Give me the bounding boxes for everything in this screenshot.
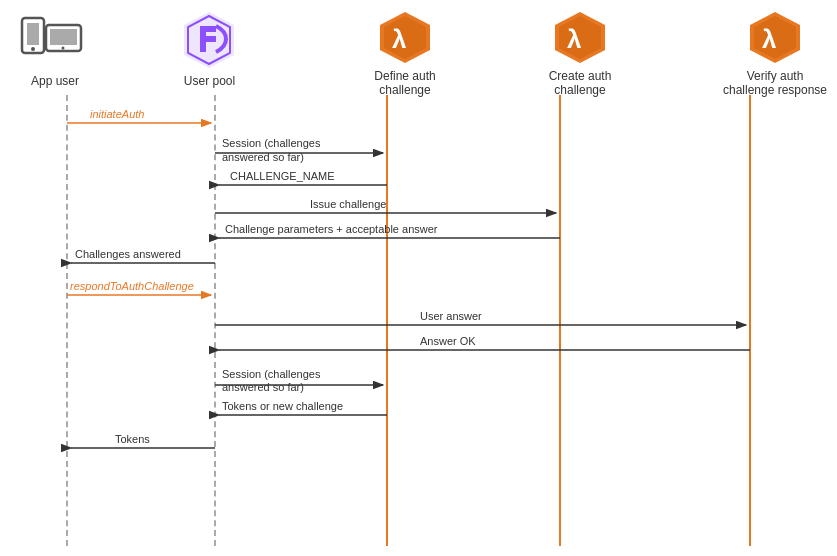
actor-app-user: App user	[20, 10, 90, 88]
verify-auth-label: Verify auth challenge response	[720, 69, 830, 97]
define-auth-label: Define auth challenge	[355, 69, 455, 97]
actor-define-auth: λ Define auth challenge	[355, 10, 455, 97]
svg-text:Tokens: Tokens	[115, 433, 150, 445]
svg-text:Session (challenges: Session (challenges	[222, 368, 321, 380]
actor-verify-auth: λ Verify auth challenge response	[720, 10, 830, 97]
svg-text:User answer: User answer	[420, 310, 482, 322]
lifeline-app-user	[66, 95, 68, 546]
svg-text:answered so far): answered so far)	[222, 151, 304, 163]
svg-text:Challenge parameters + accepta: Challenge parameters + acceptable answer	[225, 223, 438, 235]
svg-text:Answer OK: Answer OK	[420, 335, 476, 347]
svg-text:answered so far): answered so far)	[222, 381, 304, 393]
lifeline-user-pool	[214, 95, 216, 546]
app-user-label: App user	[31, 74, 79, 88]
lifeline-create-auth	[559, 95, 561, 546]
actor-user-pool: User pool	[182, 10, 237, 88]
verify-auth-icon: λ	[748, 10, 803, 65]
create-auth-icon: λ	[553, 10, 608, 65]
define-auth-icon: λ	[378, 10, 433, 65]
svg-text:Issue challenge: Issue challenge	[310, 198, 386, 210]
svg-text:λ: λ	[567, 24, 582, 54]
cognito-icon	[182, 10, 237, 70]
svg-text:λ: λ	[392, 24, 407, 54]
sequence-diagram: App user User pool λ	[0, 0, 837, 556]
svg-text:Challenges answered: Challenges answered	[75, 248, 181, 260]
svg-point-2	[31, 47, 35, 51]
app-user-icon	[20, 10, 90, 70]
lifeline-define-auth	[386, 95, 388, 546]
svg-point-5	[62, 47, 65, 50]
svg-text:Session (challenges: Session (challenges	[222, 137, 321, 149]
create-auth-label: Create auth challenge	[530, 69, 630, 97]
svg-text:initiateAuth: initiateAuth	[90, 108, 144, 120]
svg-text:λ: λ	[762, 24, 777, 54]
svg-rect-1	[27, 23, 39, 45]
svg-text:respondToAuthChallenge: respondToAuthChallenge	[70, 280, 194, 292]
svg-rect-10	[200, 36, 216, 42]
svg-text:CHALLENGE_NAME: CHALLENGE_NAME	[230, 170, 335, 182]
actor-create-auth: λ Create auth challenge	[530, 10, 630, 97]
svg-rect-4	[50, 29, 77, 45]
svg-text:Tokens or new challenge: Tokens or new challenge	[222, 400, 343, 412]
user-pool-label: User pool	[184, 74, 235, 88]
lifeline-verify-auth	[749, 95, 751, 546]
svg-rect-9	[200, 26, 216, 32]
